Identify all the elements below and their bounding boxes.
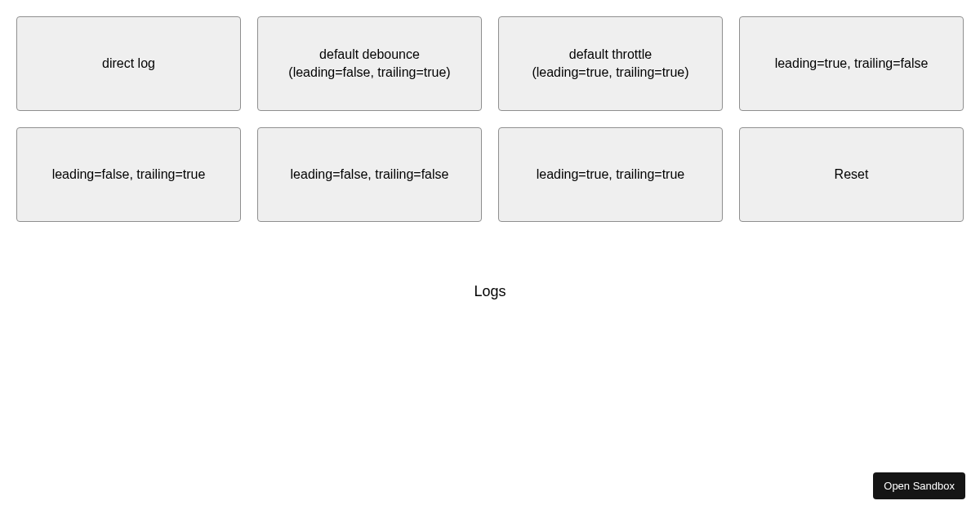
leading-false-trailing-false-button[interactable]: leading=false, trailing=false: [257, 127, 482, 222]
button-grid: direct log default debounce (leading=fal…: [0, 0, 980, 238]
reset-button[interactable]: Reset: [739, 127, 964, 222]
default-debounce-button[interactable]: default debounce (leading=false, trailin…: [257, 16, 482, 111]
default-throttle-button[interactable]: default throttle (leading=true, trailing…: [498, 16, 723, 111]
logs-heading: Logs: [0, 283, 980, 300]
leading-false-trailing-true-button[interactable]: leading=false, trailing=true: [16, 127, 241, 222]
logs-section: Logs: [0, 283, 980, 300]
leading-true-trailing-false-button[interactable]: leading=true, trailing=false: [739, 16, 964, 111]
open-sandbox-button[interactable]: Open Sandbox: [873, 472, 965, 499]
leading-true-trailing-true-button[interactable]: leading=true, trailing=true: [498, 127, 723, 222]
direct-log-button[interactable]: direct log: [16, 16, 241, 111]
